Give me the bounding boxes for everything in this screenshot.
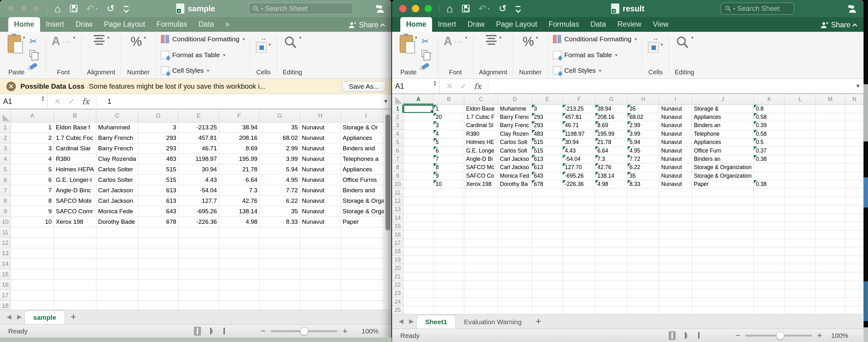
cell-F15[interactable] [563, 222, 595, 230]
cell-A25[interactable] [403, 306, 433, 314]
cell-I7[interactable]: Nunavut [659, 155, 692, 163]
cell-C1[interactable]: Muhammed [96, 122, 138, 132]
cell-N8[interactable] [845, 163, 864, 172]
paste-group[interactable]: ▾ Paste [398, 32, 419, 79]
number-group[interactable]: %▾ Number [517, 32, 544, 79]
confirm-entry-icon[interactable]: ✓ [460, 81, 467, 91]
cell-B12[interactable] [433, 197, 464, 205]
cell-B4[interactable]: R380 [54, 154, 96, 164]
cell-B1[interactable]: 1 [433, 104, 464, 113]
cell-H6[interactable]: 4.95 [627, 147, 659, 155]
cell-H9[interactable]: 35 [627, 172, 659, 180]
column-header-a[interactable]: A [403, 94, 433, 104]
cell-F24[interactable] [563, 298, 595, 306]
cell-E5[interactable]: 515 [532, 138, 562, 147]
cell-F15[interactable] [219, 269, 259, 279]
cell-F13[interactable] [219, 248, 259, 258]
cell-C15[interactable] [96, 269, 138, 279]
cell-E19[interactable] [532, 255, 562, 264]
row-header-13[interactable]: 13 [392, 205, 403, 214]
cell-H6[interactable]: Nunavut [300, 175, 341, 185]
cell-F9[interactable]: 138.14 [219, 206, 259, 216]
cell-L17[interactable] [785, 239, 815, 247]
save-icon[interactable] [462, 5, 470, 12]
warning-close-icon[interactable]: ✕ [6, 82, 16, 91]
cell-M19[interactable] [815, 255, 845, 264]
cell-J21[interactable] [692, 272, 754, 281]
cell-A7[interactable] [403, 155, 433, 163]
cell-F11[interactable] [219, 227, 259, 238]
cell-G1[interactable]: 38.94 [595, 104, 627, 113]
row-header-10[interactable]: 10 [392, 180, 403, 188]
font-icon[interactable]: A [443, 35, 452, 47]
cell-M8[interactable] [815, 163, 845, 172]
cell-L7[interactable] [785, 155, 815, 163]
cell-A13[interactable] [11, 248, 54, 258]
cell-A6[interactable] [403, 147, 433, 155]
cell-B7[interactable]: 7 [433, 155, 464, 163]
cell-D10[interactable]: Dorothy Ba [498, 180, 532, 188]
cell-C6[interactable]: Carlos Solter [96, 175, 138, 185]
minimize-button[interactable] [412, 5, 420, 12]
cell-C14[interactable] [464, 214, 498, 222]
cell-M2[interactable] [815, 113, 845, 121]
row-header-25[interactable]: 25 [392, 306, 403, 314]
cell-F17[interactable] [219, 290, 259, 300]
cell-C3[interactable]: Barry French [96, 143, 138, 154]
cell-F5[interactable]: 21.78 [219, 164, 259, 175]
cell-F20[interactable] [563, 264, 595, 272]
cell-D16[interactable] [138, 279, 178, 290]
cell-B4[interactable]: 4 [433, 130, 464, 138]
search-input[interactable]: ▾ Search Sheet [720, 3, 794, 14]
cell-J17[interactable] [692, 239, 754, 247]
cell-C22[interactable] [464, 281, 498, 289]
cell-A17[interactable] [403, 239, 433, 247]
cell-I23[interactable] [659, 289, 692, 298]
cell-I21[interactable] [659, 272, 692, 281]
cell-G5[interactable]: 21.78 [595, 138, 627, 147]
row-header-14[interactable]: 14 [392, 214, 403, 222]
cell-N13[interactable] [845, 205, 864, 214]
prev-sheet-icon[interactable]: ◀ [4, 313, 14, 324]
collapse-ribbon-icon[interactable] [852, 24, 858, 29]
cell-G16[interactable] [595, 230, 627, 239]
cell-I10[interactable]: Nunavut [659, 180, 692, 188]
cell-D5[interactable]: 515 [138, 164, 178, 175]
cell-D6[interactable]: 515 [138, 175, 178, 185]
cell-J9[interactable]: Storage & Organization [692, 172, 754, 180]
cell-M18[interactable] [815, 247, 845, 255]
cell-L4[interactable] [785, 130, 815, 138]
cell-G2[interactable]: 208.16 [595, 113, 627, 121]
number-group[interactable]: %▾ Number [125, 32, 151, 79]
cell-H12[interactable] [300, 238, 341, 248]
cell-F22[interactable] [563, 281, 595, 289]
cell-N9[interactable] [845, 172, 864, 180]
row-header-17[interactable]: 17 [0, 290, 11, 300]
row-header-7[interactable]: 7 [0, 185, 11, 195]
cell-G17[interactable] [595, 239, 627, 247]
cell-F25[interactable] [563, 306, 595, 314]
cell-C23[interactable] [464, 289, 498, 298]
editing-dropdown-caret[interactable]: ▾ [691, 35, 693, 40]
share-button[interactable]: Share [348, 21, 384, 29]
cell-D15[interactable] [138, 269, 178, 279]
name-box-stepper[interactable]: ▲▼ [433, 80, 437, 87]
cell-H1[interactable]: 35 [627, 104, 659, 113]
cell-I1[interactable]: Nunavut [659, 104, 692, 113]
cancel-entry-icon[interactable]: ✕ [54, 97, 61, 106]
alignment-icon[interactable] [93, 35, 105, 45]
traffic-lights[interactable] [7, 5, 40, 12]
cell-H10[interactable]: 8.33 [627, 180, 659, 188]
cell-D1[interactable]: 3 [138, 122, 178, 132]
scrollbar-thumb[interactable] [385, 115, 390, 230]
cell-A10[interactable]: 10 [11, 216, 54, 227]
zoom-in-button[interactable]: + [342, 326, 347, 336]
cell-C4[interactable]: R380 [464, 130, 498, 138]
cell-G18[interactable] [595, 247, 627, 255]
font-group[interactable]: A…▾ Font [50, 32, 77, 79]
cell-K6[interactable]: 0.37 [754, 147, 785, 155]
cell-G19[interactable] [595, 255, 627, 264]
cell-B3[interactable]: Cardinal Slar [54, 143, 96, 154]
cell-D17[interactable] [138, 290, 178, 300]
cell-M12[interactable] [815, 197, 845, 205]
